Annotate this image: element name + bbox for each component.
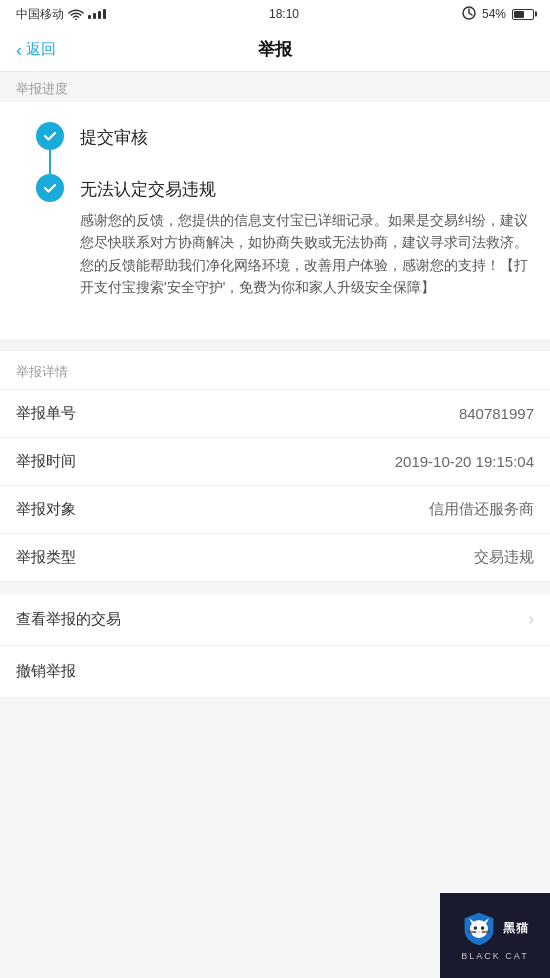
- watermark: 黑猫 BLACK CAT: [440, 893, 550, 978]
- detail-label-2: 举报对象: [16, 500, 76, 519]
- step-2-content: 无法认定交易违规 感谢您的反馈，您提供的信息支付宝已详细记录。如果是交易纠纷，建…: [80, 174, 530, 319]
- progress-section: 提交审核 无法认定交易违规 感谢您的反馈，您提供的信息支付宝已详细记录。如果是交…: [0, 102, 550, 339]
- wifi-icon: [68, 8, 84, 20]
- step-1-circle: [36, 122, 64, 150]
- status-left: 中国移动: [16, 6, 106, 23]
- action-section: 查看举报的交易 › 撤销举报: [0, 594, 550, 698]
- battery-percent: 54%: [482, 7, 506, 21]
- page-title: 举报: [258, 38, 292, 61]
- nav-bar: ‹ 返回 举报: [0, 28, 550, 72]
- status-right: 54%: [462, 6, 534, 23]
- action-view-label: 查看举报的交易: [16, 610, 121, 629]
- progress-section-label: 举报进度: [0, 72, 550, 102]
- step-2-circle: [36, 174, 64, 202]
- step-1-content: 提交审核: [80, 122, 530, 169]
- detail-row-1: 举报时间 2019-10-20 19:15:04: [0, 438, 550, 486]
- watermark-chinese-text: 黑猫: [503, 920, 529, 937]
- back-arrow-icon: ‹: [16, 41, 22, 59]
- detail-value-3: 交易违规: [474, 548, 534, 567]
- step-2-left: [36, 174, 64, 202]
- charge-icon: [462, 6, 476, 23]
- detail-value-2: 信用借还服务商: [429, 500, 534, 519]
- step-1-left: [36, 122, 64, 174]
- detail-value-1: 2019-10-20 19:15:04: [395, 453, 534, 470]
- svg-point-6: [481, 926, 485, 930]
- action-view-transaction[interactable]: 查看举报的交易 ›: [0, 594, 550, 646]
- action-cancel-report[interactable]: 撤销举报: [0, 646, 550, 698]
- signal-icon: [88, 9, 106, 19]
- detail-label-3: 举报类型: [16, 548, 76, 567]
- svg-point-0: [75, 19, 77, 21]
- svg-point-5: [474, 926, 478, 930]
- detail-label-0: 举报单号: [16, 404, 76, 423]
- carrier-label: 中国移动: [16, 6, 64, 23]
- back-button[interactable]: ‹ 返回: [16, 40, 56, 59]
- watermark-logo: 黑猫: [461, 911, 529, 947]
- action-cancel-label: 撤销举报: [16, 662, 76, 681]
- detail-row-0: 举报单号 840781997: [0, 390, 550, 438]
- watermark-english-text: BLACK CAT: [461, 951, 528, 961]
- detail-value-0: 840781997: [459, 405, 534, 422]
- step-1: 提交审核: [36, 122, 530, 174]
- step-2: 无法认定交易违规 感谢您的反馈，您提供的信息支付宝已详细记录。如果是交易纠纷，建…: [36, 174, 530, 319]
- detail-label-1: 举报时间: [16, 452, 76, 471]
- step-line-1: [49, 150, 51, 174]
- back-label: 返回: [26, 40, 56, 59]
- check-icon-1: [42, 128, 58, 144]
- status-bar: 中国移动 18:10 54%: [0, 0, 550, 28]
- battery-icon: [512, 9, 534, 20]
- black-cat-logo-icon: [461, 911, 497, 947]
- step-2-desc: 感谢您的反馈，您提供的信息支付宝已详细记录。如果是交易纠纷，建议您尽快联系对方协…: [80, 209, 530, 299]
- check-icon-2: [42, 180, 58, 196]
- detail-section-title: 举报详情: [0, 351, 550, 390]
- detail-row-2: 举报对象 信用借还服务商: [0, 486, 550, 534]
- time-label: 18:10: [269, 7, 299, 21]
- progress-steps: 提交审核 无法认定交易违规 感谢您的反馈，您提供的信息支付宝已详细记录。如果是交…: [20, 122, 530, 319]
- detail-row-3: 举报类型 交易违规: [0, 534, 550, 582]
- step-1-title: 提交审核: [80, 122, 530, 149]
- detail-section: 举报详情 举报单号 840781997 举报时间 2019-10-20 19:1…: [0, 351, 550, 582]
- step-2-title: 无法认定交易违规: [80, 174, 530, 201]
- chevron-right-icon: ›: [529, 610, 534, 628]
